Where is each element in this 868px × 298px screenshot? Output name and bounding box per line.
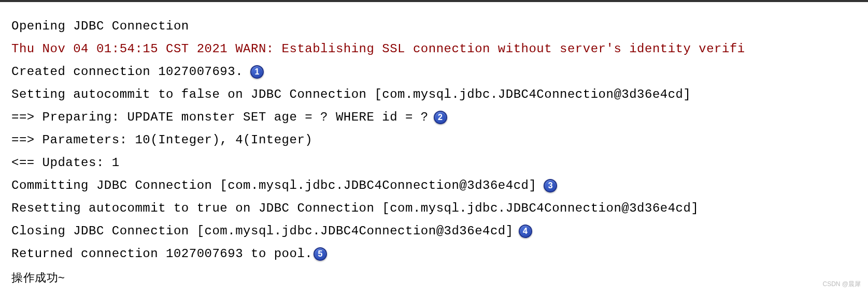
log-line-committing: Committing JDBC Connection [com.mysql.jd… [11, 174, 868, 197]
log-text: 操作成功~ [11, 266, 65, 289]
log-text: Closing JDBC Connection [com.mysql.jdbc.… [11, 220, 514, 243]
watermark-text: CSDN @晨犀 [822, 280, 861, 289]
log-text: ==> Preparing: UPDATE monster SET age = … [11, 106, 429, 129]
log-line-preparing: ==> Preparing: UPDATE monster SET age = … [11, 106, 868, 129]
log-line-parameters: ==> Parameters: 10(Integer), 4(Integer) [11, 129, 868, 152]
log-line-closing: Closing JDBC Connection [com.mysql.jdbc.… [11, 220, 868, 243]
log-text: Returned connection 1027007693 to pool. [11, 243, 312, 265]
log-line-updates: <== Updates: 1 [11, 152, 868, 174]
log-line-returned: Returned connection 1027007693 to pool. … [11, 243, 868, 265]
log-line-autocommit-false: Setting autocommit to false on JDBC Conn… [11, 83, 868, 106]
log-text: Committing JDBC Connection [com.mysql.jd… [11, 174, 536, 197]
log-text: <== Updates: 1 [11, 152, 120, 174]
log-text: ==> Parameters: 10(Integer), 4(Integer) [11, 129, 312, 152]
log-line-warn: Thu Nov 04 01:54:15 CST 2021 WARN: Estab… [11, 38, 868, 61]
log-line-resetting: Resetting autocommit to true on JDBC Con… [11, 197, 868, 220]
log-text: Created connection 1027007693. [11, 61, 243, 83]
annotation-badge-4: 4 [519, 225, 532, 238]
log-line-success: 操作成功~ [11, 266, 868, 289]
log-text: Thu Nov 04 01:54:15 CST 2021 WARN: Estab… [11, 38, 745, 61]
log-text: Setting autocommit to false on JDBC Conn… [11, 83, 691, 106]
log-line-created: Created connection 1027007693. 1 [11, 61, 868, 83]
log-text: Opening JDBC Connection [11, 15, 189, 38]
annotation-badge-5: 5 [314, 247, 327, 261]
annotation-badge-1: 1 [250, 65, 264, 79]
annotation-badge-2: 2 [434, 111, 447, 124]
log-line-opening: Opening JDBC Connection [11, 15, 868, 38]
annotation-badge-3: 3 [544, 179, 557, 192]
log-text: Resetting autocommit to true on JDBC Con… [11, 197, 699, 220]
